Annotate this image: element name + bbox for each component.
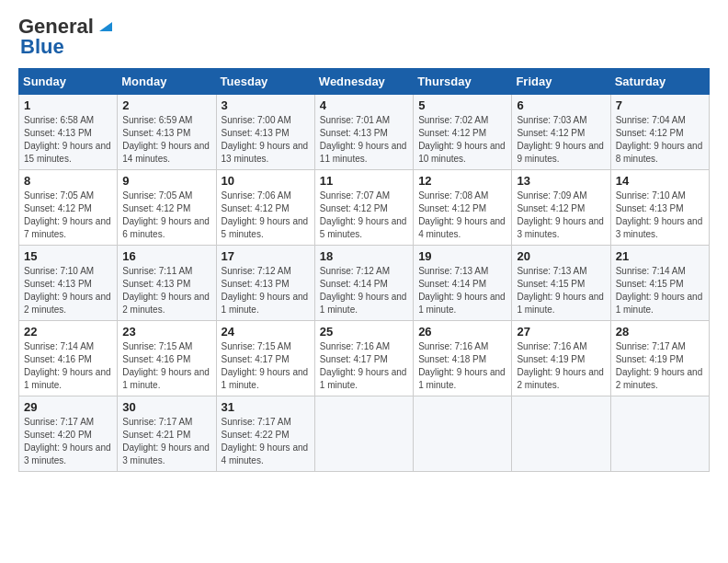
day-of-week-header: Monday (118, 69, 216, 95)
day-number: 6 (517, 98, 605, 112)
day-number: 19 (418, 249, 506, 263)
logo: General Blue (18, 15, 116, 59)
day-info: Sunrise: 7:13 AMSunset: 4:15 PMDaylight:… (517, 265, 605, 316)
day-number: 2 (122, 98, 210, 112)
day-info: Sunrise: 7:10 AMSunset: 4:13 PMDaylight:… (24, 265, 112, 316)
day-number: 18 (320, 249, 408, 263)
calendar-cell (314, 396, 413, 472)
day-number: 29 (24, 400, 112, 414)
calendar-cell: 4Sunrise: 7:01 AMSunset: 4:13 PMDaylight… (314, 95, 413, 170)
day-of-week-header: Sunday (19, 69, 118, 95)
day-info: Sunrise: 7:03 AMSunset: 4:12 PMDaylight:… (517, 114, 605, 166)
calendar-cell: 17Sunrise: 7:12 AMSunset: 4:13 PMDayligh… (216, 246, 314, 321)
calendar-cell (414, 396, 512, 472)
calendar-header-row: SundayMondayTuesdayWednesdayThursdayFrid… (19, 69, 710, 95)
calendar-cell: 14Sunrise: 7:10 AMSunset: 4:13 PMDayligh… (610, 170, 709, 246)
calendar-cell: 1Sunrise: 6:58 AMSunset: 4:13 PMDaylight… (19, 95, 118, 170)
calendar-cell: 8Sunrise: 7:05 AMSunset: 4:12 PMDaylight… (19, 170, 118, 246)
calendar-week-row: 8Sunrise: 7:05 AMSunset: 4:12 PMDaylight… (19, 170, 710, 246)
day-info: Sunrise: 7:16 AMSunset: 4:18 PMDaylight:… (418, 340, 506, 392)
day-info: Sunrise: 7:15 AMSunset: 4:16 PMDaylight:… (122, 340, 210, 392)
day-number: 14 (616, 174, 704, 188)
day-number: 21 (616, 249, 704, 263)
day-info: Sunrise: 7:02 AMSunset: 4:12 PMDaylight:… (418, 114, 506, 166)
day-info: Sunrise: 6:59 AMSunset: 4:13 PMDaylight:… (122, 114, 210, 166)
calendar-cell: 12Sunrise: 7:08 AMSunset: 4:12 PMDayligh… (414, 170, 512, 246)
day-info: Sunrise: 7:17 AMSunset: 4:22 PMDaylight:… (222, 416, 310, 467)
calendar-cell: 25Sunrise: 7:16 AMSunset: 4:17 PMDayligh… (314, 321, 413, 396)
day-number: 11 (320, 174, 408, 188)
calendar-cell: 28Sunrise: 7:17 AMSunset: 4:19 PMDayligh… (610, 321, 709, 396)
day-number: 5 (418, 98, 506, 112)
day-info: Sunrise: 7:00 AMSunset: 4:13 PMDaylight:… (222, 114, 310, 166)
svg-marker-0 (99, 22, 112, 31)
day-info: Sunrise: 7:17 AMSunset: 4:20 PMDaylight:… (24, 416, 112, 467)
day-number: 17 (222, 249, 310, 263)
day-number: 25 (320, 325, 408, 339)
day-number: 7 (616, 98, 704, 112)
calendar-cell: 23Sunrise: 7:15 AMSunset: 4:16 PMDayligh… (118, 321, 216, 396)
calendar-cell: 20Sunrise: 7:13 AMSunset: 4:15 PMDayligh… (512, 246, 610, 321)
calendar-cell (512, 396, 610, 472)
calendar-cell: 18Sunrise: 7:12 AMSunset: 4:14 PMDayligh… (314, 246, 413, 321)
day-number: 12 (418, 174, 506, 188)
header: General Blue (18, 15, 710, 59)
calendar-week-row: 29Sunrise: 7:17 AMSunset: 4:20 PMDayligh… (19, 396, 710, 472)
calendar-week-row: 22Sunrise: 7:14 AMSunset: 4:16 PMDayligh… (19, 321, 710, 396)
day-number: 24 (222, 325, 310, 339)
day-info: Sunrise: 7:13 AMSunset: 4:14 PMDaylight:… (418, 265, 506, 316)
day-number: 26 (418, 325, 506, 339)
day-of-week-header: Wednesday (314, 69, 413, 95)
day-of-week-header: Tuesday (216, 69, 314, 95)
day-info: Sunrise: 7:01 AMSunset: 4:13 PMDaylight:… (320, 114, 408, 166)
calendar-cell: 27Sunrise: 7:16 AMSunset: 4:19 PMDayligh… (512, 321, 610, 396)
logo-blue: Blue (20, 35, 64, 59)
day-info: Sunrise: 7:07 AMSunset: 4:12 PMDaylight:… (320, 190, 408, 241)
day-info: Sunrise: 7:14 AMSunset: 4:15 PMDaylight:… (616, 265, 704, 316)
calendar-cell: 22Sunrise: 7:14 AMSunset: 4:16 PMDayligh… (19, 321, 118, 396)
calendar-cell: 31Sunrise: 7:17 AMSunset: 4:22 PMDayligh… (216, 396, 314, 472)
day-info: Sunrise: 7:15 AMSunset: 4:17 PMDaylight:… (222, 340, 310, 392)
day-info: Sunrise: 7:09 AMSunset: 4:12 PMDaylight:… (517, 190, 605, 241)
calendar-cell: 2Sunrise: 6:59 AMSunset: 4:13 PMDaylight… (118, 95, 216, 170)
calendar-week-row: 1Sunrise: 6:58 AMSunset: 4:13 PMDaylight… (19, 95, 710, 170)
day-of-week-header: Thursday (414, 69, 512, 95)
calendar-cell: 11Sunrise: 7:07 AMSunset: 4:12 PMDayligh… (314, 170, 413, 246)
day-number: 28 (616, 325, 704, 339)
calendar-cell: 7Sunrise: 7:04 AMSunset: 4:12 PMDaylight… (610, 95, 709, 170)
calendar-cell: 9Sunrise: 7:05 AMSunset: 4:12 PMDaylight… (118, 170, 216, 246)
day-number: 27 (517, 325, 605, 339)
logo-icon (96, 15, 116, 35)
day-info: Sunrise: 7:12 AMSunset: 4:14 PMDaylight:… (320, 265, 408, 316)
day-info: Sunrise: 7:05 AMSunset: 4:12 PMDaylight:… (122, 190, 210, 241)
calendar-cell: 3Sunrise: 7:00 AMSunset: 4:13 PMDaylight… (216, 95, 314, 170)
day-info: Sunrise: 7:10 AMSunset: 4:13 PMDaylight:… (616, 190, 704, 241)
day-info: Sunrise: 7:05 AMSunset: 4:12 PMDaylight:… (24, 190, 112, 241)
day-info: Sunrise: 7:17 AMSunset: 4:19 PMDaylight:… (616, 340, 704, 392)
day-info: Sunrise: 7:08 AMSunset: 4:12 PMDaylight:… (418, 190, 506, 241)
day-number: 13 (517, 174, 605, 188)
calendar-cell: 5Sunrise: 7:02 AMSunset: 4:12 PMDaylight… (414, 95, 512, 170)
calendar-table: SundayMondayTuesdayWednesdayThursdayFrid… (18, 68, 710, 472)
calendar-cell: 6Sunrise: 7:03 AMSunset: 4:12 PMDaylight… (512, 95, 610, 170)
day-info: Sunrise: 6:58 AMSunset: 4:13 PMDaylight:… (24, 114, 112, 166)
day-of-week-header: Saturday (610, 69, 709, 95)
day-number: 9 (122, 174, 210, 188)
calendar-cell (610, 396, 709, 472)
day-number: 1 (24, 98, 112, 112)
day-info: Sunrise: 7:16 AMSunset: 4:19 PMDaylight:… (517, 340, 605, 392)
calendar-cell: 29Sunrise: 7:17 AMSunset: 4:20 PMDayligh… (19, 396, 118, 472)
day-info: Sunrise: 7:11 AMSunset: 4:13 PMDaylight:… (122, 265, 210, 316)
calendar-body: 1Sunrise: 6:58 AMSunset: 4:13 PMDaylight… (19, 95, 710, 472)
day-number: 8 (24, 174, 112, 188)
day-info: Sunrise: 7:17 AMSunset: 4:21 PMDaylight:… (122, 416, 210, 467)
calendar-cell: 26Sunrise: 7:16 AMSunset: 4:18 PMDayligh… (414, 321, 512, 396)
day-info: Sunrise: 7:06 AMSunset: 4:12 PMDaylight:… (222, 190, 310, 241)
day-number: 20 (517, 249, 605, 263)
day-number: 16 (122, 249, 210, 263)
day-info: Sunrise: 7:16 AMSunset: 4:17 PMDaylight:… (320, 340, 408, 392)
calendar-cell: 13Sunrise: 7:09 AMSunset: 4:12 PMDayligh… (512, 170, 610, 246)
day-number: 4 (320, 98, 408, 112)
day-info: Sunrise: 7:14 AMSunset: 4:16 PMDaylight:… (24, 340, 112, 392)
calendar-cell: 21Sunrise: 7:14 AMSunset: 4:15 PMDayligh… (610, 246, 709, 321)
